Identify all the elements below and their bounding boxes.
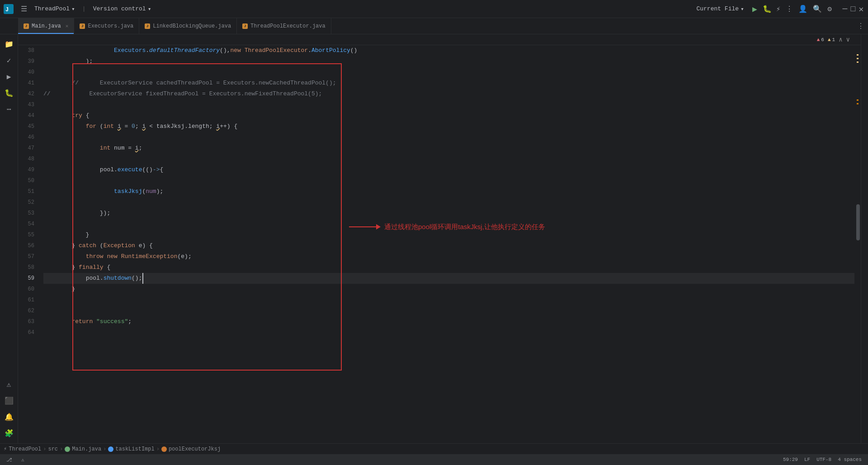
tab-label-main-java: Main.java [32,23,61,29]
close-button[interactable]: ✕ [858,6,864,12]
status-encoding[interactable]: UTF-8 [814,457,834,462]
warning-count[interactable]: ▲ 1 [828,37,835,42]
tabs-bar: J Main.java ✕ J Executors.java J LinkedB… [0,18,868,34]
tab-label-linkedblocking: LinkedBlockingQueue.java [153,23,231,29]
maximize-button[interactable]: □ [850,6,856,12]
breadcrumb-bar: ⚡ ThreadPool › src › Main.java › taskLis… [0,443,868,454]
window-controls: ─ □ ✕ [842,6,864,12]
title-bar-actions: ⚡ ⋮ 👤 🔍 ⚙ [775,4,833,14]
code-line-64 [43,327,854,338]
status-warning-icon: ⚠ [21,457,24,463]
version-control[interactable]: Version control ▾ [93,5,151,13]
breadcrumb-tasklist[interactable]: taskListImpl [115,446,154,452]
project-chevron-icon: ▾ [71,5,75,13]
sidebar-project-icon[interactable]: 📁 [3,38,15,51]
status-git-icon[interactable]: ⎇ [4,457,15,463]
current-file-button[interactable]: Current File ▾ [693,5,746,14]
code-line-51: taskJksj(num); [43,186,854,197]
breadcrumb-pool-executor[interactable]: poolExecutorJksj [169,446,221,452]
sidebar-commit-icon[interactable]: ✓ [3,54,15,67]
search-icon[interactable]: 🔍 [812,4,823,14]
code-line-57: throw new RuntimeException(e); [43,251,854,262]
tab-main-java[interactable]: J Main.java ✕ [18,18,74,34]
separator: | [80,5,88,12]
status-bar-right: 59:29 LF UTF-8 4 spaces [780,457,864,462]
breadcrumb-project-icon: ⚡ [4,446,7,452]
more-actions-icon[interactable]: ⋮ [785,4,794,14]
breadcrumb-src[interactable]: src [48,446,58,452]
title-bar-left: J ☰ ThreadPool ▾ | Version control ▾ [4,3,151,15]
gutter-marker-warning-1 [857,54,859,56]
sidebar-dots-icon[interactable]: ⋯ [3,103,15,116]
tab-executors-java[interactable]: J Executors.java [74,18,139,34]
debug-button[interactable]: 🐛 [763,5,772,14]
status-position[interactable]: 59:29 [780,457,801,462]
gutter-marker-error-2 [857,103,859,104]
code-line-48 [43,154,854,164]
status-warnings-icon[interactable]: ⚠ [19,457,27,463]
tab-threadpool-executor[interactable]: J ThreadPoolExecutor.java [237,18,331,34]
code-line-41: // ExecutorService cachedThreadPool = Ex… [43,78,854,89]
sidebar-notifications-icon[interactable]: 🔔 [3,411,15,423]
tab-linkedblocking[interactable]: J LinkedBlockingQueue.java [139,18,237,34]
code-line-45: for (int i = 0; i < taskJksj.length; i++… [43,121,854,132]
tab-icon-linkedblocking: J [145,23,150,29]
sidebar-terminal-icon[interactable]: ⬛ [3,395,15,407]
hamburger-menu-icon[interactable]: ☰ [19,3,29,15]
breadcrumb-project[interactable]: ThreadPool [9,446,41,452]
current-file-chevron-icon: ▾ [741,5,744,13]
status-bar-left: ⎇ ⚠ [4,457,27,463]
code-content[interactable]: 通过线程池pool循环调用taskJksj,让他执行定义的任务 Executor… [42,45,854,443]
tabs-overflow-button[interactable]: ⋮ [857,18,868,34]
code-line-52 [43,197,854,208]
gutter-marker-warning-3 [857,61,859,63]
tab-icon-threadpool: J [242,23,248,29]
status-indent[interactable]: 4 spaces [835,457,864,462]
minimize-button[interactable]: ─ [842,6,848,12]
code-line-47: int num = i; [43,143,854,154]
code-line-56: } catch (Exception e) { [43,240,854,251]
app-logo-icon: J [4,4,14,14]
run-button[interactable]: ▶ [750,3,759,15]
svg-text:J: J [5,7,9,13]
settings-icon[interactable]: ⚙ [826,4,833,14]
left-sidebar: 📁 ✓ ▶ 🐛 ⋯ ⚠ ⬛ 🔔 🧩 [0,34,18,443]
code-line-39: ); [43,56,854,67]
code-line-53: }); [43,208,854,219]
cursor [142,273,147,284]
editor-container: ▲ 6 ▲ 1 ∧ ∨ 38 39 40 41 42 43 44 45 46 [18,34,861,443]
title-bar: J ☰ ThreadPool ▾ | Version control ▾ Cur… [0,0,868,18]
code-line-42: // ExecutorService fixedThreadPool = Exe… [43,89,854,99]
status-lf[interactable]: LF [802,457,813,462]
gutter-marker-error-1 [857,99,859,101]
sidebar-problems-icon[interactable]: ⚠ [3,378,15,391]
code-line-61 [43,295,854,305]
main-editor-area: 📁 ✓ ▶ 🐛 ⋯ ⚠ ⬛ 🔔 🧩 ▲ 6 ▲ 1 ∧ ∨ [0,34,868,443]
code-line-43 [43,99,854,110]
code-editor[interactable]: 38 39 40 41 42 43 44 45 46 47 48 49 50 5… [18,45,861,443]
sidebar-run-icon[interactable]: ▶ [3,70,15,83]
editor-scrollbar-gutter[interactable] [854,45,861,443]
profile-icon[interactable]: 👤 [797,4,808,14]
code-line-55: } [43,230,854,240]
project-name[interactable]: ThreadPool ▾ [34,5,75,13]
gutter-marker-warning-2 [857,58,859,59]
tab-label-threadpool: ThreadPoolExecutor.java [250,23,326,29]
tab-close-main-java[interactable]: ✕ [66,23,69,29]
coverage-icon[interactable]: ⚡ [775,4,782,14]
sidebar-debug-icon[interactable]: 🐛 [3,87,15,99]
error-triangle-icon: ▲ [817,37,820,42]
warnings-bar: ▲ 6 ▲ 1 ∧ ∨ [18,34,861,45]
tab-label-executors: Executors.java [88,23,133,29]
warnings-collapse-icon[interactable]: ∨ [846,36,850,43]
code-line-62 [43,305,854,316]
code-line-63: return "success"; [43,316,854,327]
sidebar-bottom-icons: ⚠ ⬛ 🔔 🧩 [3,378,15,443]
error-count[interactable]: ▲ 6 [817,37,824,42]
breadcrumb-main-java[interactable]: Main.java [72,446,101,452]
tab-icon-executors: J [80,23,85,29]
scrollbar-thumb[interactable] [856,204,860,240]
warnings-expand-icon[interactable]: ∧ [839,36,842,43]
sidebar-plugins-icon[interactable]: 🧩 [3,427,15,440]
right-sidebar [861,34,868,443]
